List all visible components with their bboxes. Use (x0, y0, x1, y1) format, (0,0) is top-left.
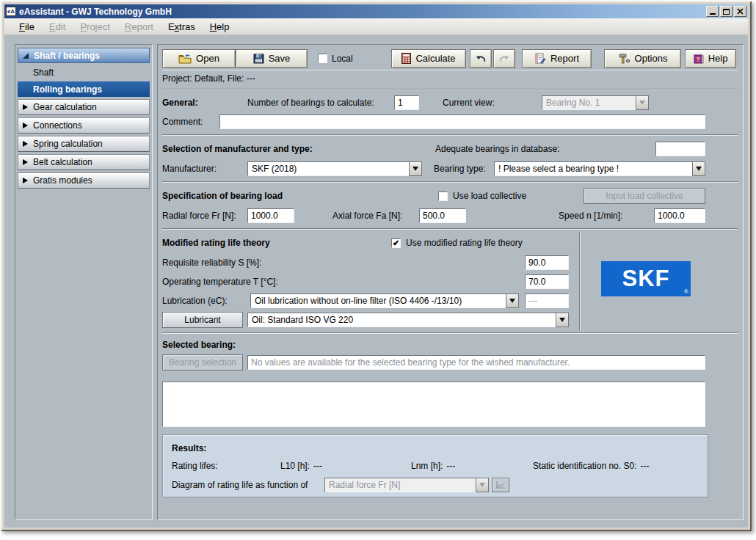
sidebar: Shaft / bearings Shaft Rolling bearings … (15, 44, 153, 520)
use-modified-rating-label: Use modified rating life theory (406, 238, 523, 248)
registered-trademark: ® (684, 288, 688, 295)
bearings-count-label: Number of bearings to calculate: (247, 98, 394, 108)
dropdown-arrow-icon[interactable] (506, 293, 519, 308)
bearing-selection-button: Bearing selection (162, 354, 243, 371)
adequate-bearings-field (655, 142, 705, 156)
maximize-button[interactable] (720, 6, 733, 17)
manufacturer-dropdown[interactable]: SKF (2018) (247, 161, 422, 176)
menubar: File Edit Project Report Extras Help (4, 18, 748, 35)
sidebar-item-label: Rolling bearings (33, 84, 102, 95)
toolbar: Open Save Local (162, 48, 738, 70)
sidebar-item-label: Spring calculation (33, 139, 103, 149)
sidebar-item-label: Shaft (33, 68, 54, 78)
local-checkbox[interactable] (318, 54, 327, 63)
temperature-label: Operating temperature T [°C]: (162, 277, 525, 287)
comment-label: Comment: (162, 117, 219, 127)
save-floppy-icon (253, 54, 264, 64)
dropdown-arrow-icon[interactable] (692, 161, 705, 176)
rating-lifes-label: Rating lifes: (172, 461, 280, 471)
comment-input[interactable] (219, 114, 705, 129)
bearing-selection-message: No values are available for the selected… (247, 355, 705, 370)
lubrication-label: Lubrication (eC): (162, 296, 250, 306)
report-document-icon (534, 53, 546, 64)
redo-icon (498, 54, 510, 63)
axial-force-label: Axial force Fa [N]: (332, 211, 419, 221)
dropdown-arrow-icon[interactable] (409, 161, 422, 176)
axial-force-input[interactable] (419, 208, 466, 223)
options-button[interactable]: Options (604, 49, 681, 68)
help-button[interactable]: ? Help (685, 49, 736, 68)
load-section: Specification of bearing load Use load c… (162, 185, 705, 226)
svg-text:?: ? (696, 56, 700, 63)
separator (162, 332, 738, 334)
reliability-label: Requisite reliability S [%]: (162, 258, 525, 268)
diagram-function-dropdown: Radial force Fr [N] (324, 478, 489, 492)
titlebar: eA eAssistant - GWJ Technology GmbH (4, 4, 748, 18)
reliability-input[interactable] (525, 255, 569, 270)
sidebar-item-shaft[interactable]: Shaft (18, 65, 150, 80)
menu-file[interactable]: File (12, 20, 42, 34)
load-collective-checkbox[interactable] (438, 191, 448, 201)
bearings-count-input[interactable] (394, 95, 419, 110)
selected-bearing-section: Selected bearing: Bearing selection No v… (162, 336, 705, 373)
l10-value: --- (313, 461, 322, 471)
separator (162, 228, 738, 230)
sidebar-item-shaft-bearings[interactable]: Shaft / bearings (18, 48, 150, 63)
temperature-input[interactable] (525, 274, 569, 289)
sidebar-item-gratis-modules[interactable]: Gratis modules (18, 172, 150, 189)
radial-force-label: Radial force Fr [N]: (162, 211, 247, 221)
minimize-button[interactable] (706, 6, 719, 17)
report-button[interactable]: Report (522, 49, 592, 68)
maximize-icon (723, 9, 730, 15)
open-folder-icon (178, 54, 192, 64)
use-modified-rating-checkbox[interactable]: ✔ (391, 238, 401, 248)
input-load-collective-button: Input load collective (584, 188, 705, 204)
collapsed-triangle-icon (23, 104, 28, 110)
menu-project: Project (73, 20, 117, 34)
dropdown-arrow-icon (636, 95, 649, 110)
l10-result: L10 [h]:--- (280, 461, 411, 471)
undo-button[interactable] (470, 49, 492, 68)
dropdown-arrow-icon[interactable] (556, 313, 569, 327)
sidebar-item-spring-calculation[interactable]: Spring calculation (18, 136, 150, 152)
radial-force-input[interactable] (247, 208, 294, 223)
menu-extras[interactable]: Extras (161, 20, 203, 34)
save-button[interactable]: Save (236, 49, 308, 68)
sidebar-item-gear-calculation[interactable]: Gear calculation (18, 99, 150, 115)
current-view-label: Current view: (443, 98, 516, 108)
redo-button (493, 49, 515, 68)
results-header: Results: (172, 443, 206, 453)
general-header: General: (162, 98, 247, 108)
manufacturer-header: Selection of manufacturer and type: (162, 144, 435, 154)
separator (162, 89, 738, 90)
bearing-type-dropdown[interactable]: ! Please select a bearing type ! (494, 161, 705, 176)
minimize-icon (710, 13, 716, 15)
calculator-icon (401, 53, 411, 64)
close-icon (737, 8, 744, 15)
skf-logo: SKF ® (601, 261, 691, 296)
close-button[interactable] (734, 6, 746, 17)
sidebar-item-label: Connections (33, 120, 82, 131)
separator (162, 134, 738, 136)
sidebar-item-connections[interactable]: Connections (18, 117, 150, 134)
rating-header: Modified rating life theory (162, 238, 391, 248)
calculate-button[interactable]: Calculate (391, 49, 466, 68)
lubricant-button[interactable]: Lubricant (162, 312, 243, 328)
sidebar-item-belt-calculation[interactable]: Belt calculation (18, 154, 150, 170)
menu-help[interactable]: Help (203, 20, 237, 34)
lubrication-extra-field: --- (525, 293, 569, 308)
app-window: eA eAssistant - GWJ Technology GmbH File… (1, 1, 752, 531)
app-icon: eA (6, 7, 16, 16)
project-status-line: Project: Default, File: --- (162, 70, 738, 87)
sidebar-item-rolling-bearings[interactable]: Rolling bearings (18, 81, 150, 97)
speed-input[interactable] (654, 208, 705, 223)
menu-edit: Edit (42, 20, 73, 34)
lubrication-dropdown[interactable]: Oil lubrication without on-line filter (… (250, 293, 519, 308)
collapsed-triangle-icon (23, 178, 28, 183)
local-checkbox-group[interactable]: Local (318, 54, 379, 64)
lubricant-dropdown[interactable]: Oil: Standard ISO VG 220 (247, 313, 569, 327)
sidebar-item-label: Gratis modules (33, 175, 92, 186)
results-panel: Results: Rating lifes: L10 [h]:--- Lnm [… (162, 434, 708, 497)
open-button[interactable]: Open (162, 49, 236, 68)
load-collective-label: Use load collective (453, 191, 526, 201)
